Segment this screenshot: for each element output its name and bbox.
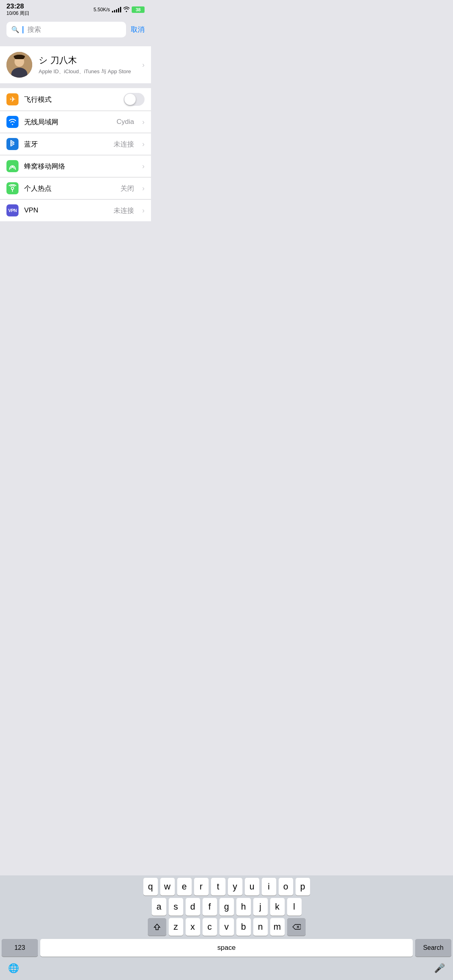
signal-bars-icon bbox=[112, 7, 121, 12]
hotspot-value: 关闭 bbox=[120, 184, 134, 193]
airplane-toggle[interactable] bbox=[124, 93, 145, 106]
hotspot-title: 个人热点 bbox=[24, 184, 115, 193]
search-icon: 🔍 bbox=[11, 26, 19, 33]
settings-section: ✈飞行模式无线局域网Cydia›蓝牙未连接›蜂窝移动网络›个人热点关闭›VPNV… bbox=[0, 88, 151, 221]
cellular-icon bbox=[6, 160, 19, 172]
settings-row-cellular[interactable]: 蜂窝移动网络› bbox=[0, 155, 151, 177]
status-date: 10/06 周日 bbox=[6, 10, 29, 16]
settings-row-hotspot[interactable]: 个人热点关闭› bbox=[0, 177, 151, 200]
status-right: 5.50K/s 38 bbox=[93, 6, 145, 13]
svg-point-4 bbox=[14, 55, 25, 59]
airplane-icon: ✈ bbox=[6, 93, 19, 105]
status-bar: 23:28 10/06 周日 5.50K/s 38 bbox=[0, 0, 151, 18]
search-bar-container: 🔍 搜索 取消 bbox=[0, 18, 151, 41]
wifi-value: Cydia bbox=[117, 118, 134, 126]
wifi-chevron-icon: › bbox=[142, 118, 145, 126]
network-speed: 5.50K/s bbox=[93, 7, 110, 12]
cellular-chevron-icon: › bbox=[142, 162, 145, 171]
section-gap-1 bbox=[0, 41, 151, 46]
airplane-title: 飞行模式 bbox=[24, 95, 118, 104]
search-cursor bbox=[23, 26, 23, 33]
battery-indicator: 38 bbox=[132, 6, 145, 13]
status-left: 23:28 10/06 周日 bbox=[6, 3, 29, 16]
vpn-icon: VPN bbox=[6, 204, 19, 216]
bluetooth-icon bbox=[6, 138, 19, 150]
hotspot-icon bbox=[6, 182, 19, 194]
cellular-title: 蜂窝移动网络 bbox=[24, 162, 137, 171]
avatar-image bbox=[6, 52, 32, 78]
cancel-button[interactable]: 取消 bbox=[131, 25, 145, 34]
bluetooth-chevron-icon: › bbox=[142, 140, 145, 148]
settings-row-bluetooth[interactable]: 蓝牙未连接› bbox=[0, 133, 151, 155]
vpn-value: 未连接 bbox=[114, 206, 134, 215]
profile-section[interactable]: シ 刀八木 Apple ID、iCloud、iTunes 与 App Store… bbox=[0, 46, 151, 83]
status-time: 23:28 bbox=[6, 3, 29, 10]
bluetooth-title: 蓝牙 bbox=[24, 140, 108, 149]
hotspot-chevron-icon: › bbox=[142, 184, 145, 193]
settings-row-vpn[interactable]: VPNVPN未连接› bbox=[0, 200, 151, 221]
section-gap-2 bbox=[0, 83, 151, 88]
wifi-icon bbox=[6, 116, 19, 128]
avatar bbox=[6, 52, 32, 78]
profile-chevron-icon: › bbox=[142, 61, 145, 69]
search-placeholder: 搜索 bbox=[27, 25, 41, 34]
wifi-status-icon bbox=[123, 6, 130, 13]
profile-name: シ 刀八木 bbox=[39, 54, 136, 66]
vpn-chevron-icon: › bbox=[142, 206, 145, 215]
wifi-title: 无线局域网 bbox=[24, 117, 111, 127]
vpn-title: VPN bbox=[24, 206, 108, 214]
settings-row-wifi[interactable]: 无线局域网Cydia› bbox=[0, 111, 151, 133]
profile-subtitle: Apple ID、iCloud、iTunes 与 App Store bbox=[39, 68, 136, 75]
profile-info: シ 刀八木 Apple ID、iCloud、iTunes 与 App Store bbox=[39, 54, 136, 75]
search-input-wrap[interactable]: 🔍 搜索 bbox=[6, 22, 126, 37]
settings-row-airplane[interactable]: ✈飞行模式 bbox=[0, 88, 151, 111]
bluetooth-value: 未连接 bbox=[114, 140, 134, 149]
